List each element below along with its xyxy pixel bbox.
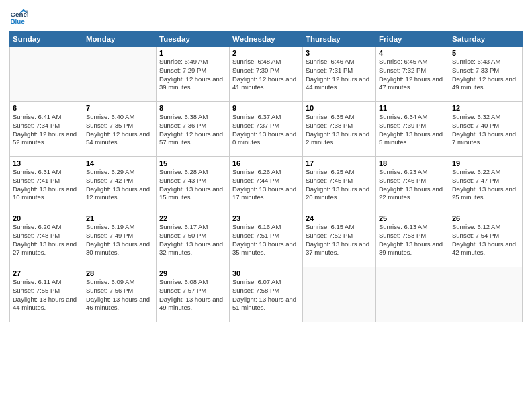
calendar-week-row: 20Sunrise: 6:20 AM Sunset: 7:48 PM Dayli… bbox=[10, 212, 523, 267]
calendar-cell: 8Sunrise: 6:38 AM Sunset: 7:36 PM Daylig… bbox=[157, 102, 230, 157]
day-number: 9 bbox=[232, 104, 300, 112]
svg-text:Blue: Blue bbox=[10, 17, 25, 25]
day-info: Sunrise: 6:38 AM Sunset: 7:36 PM Dayligh… bbox=[159, 113, 226, 147]
day-info: Sunrise: 6:25 AM Sunset: 7:45 PM Dayligh… bbox=[306, 168, 373, 202]
day-number: 5 bbox=[452, 49, 519, 57]
calendar-cell: 27Sunrise: 6:11 AM Sunset: 7:55 PM Dayli… bbox=[10, 267, 83, 322]
calendar-cell: 13Sunrise: 6:31 AM Sunset: 7:41 PM Dayli… bbox=[10, 157, 83, 212]
day-number: 2 bbox=[232, 49, 300, 57]
calendar: Sunday Monday Tuesday Wednesday Thursday… bbox=[9, 31, 523, 322]
calendar-cell: 10Sunrise: 6:35 AM Sunset: 7:38 PM Dayli… bbox=[303, 102, 376, 157]
day-info: Sunrise: 6:22 AM Sunset: 7:47 PM Dayligh… bbox=[452, 168, 519, 202]
calendar-cell: 15Sunrise: 6:28 AM Sunset: 7:43 PM Dayli… bbox=[157, 157, 230, 212]
day-info: Sunrise: 6:15 AM Sunset: 7:52 PM Dayligh… bbox=[306, 223, 373, 257]
calendar-cell: 20Sunrise: 6:20 AM Sunset: 7:48 PM Dayli… bbox=[10, 212, 83, 267]
calendar-cell: 17Sunrise: 6:25 AM Sunset: 7:45 PM Dayli… bbox=[303, 157, 376, 212]
calendar-cell: 4Sunrise: 6:45 AM Sunset: 7:32 PM Daylig… bbox=[376, 47, 449, 102]
day-info: Sunrise: 6:17 AM Sunset: 7:50 PM Dayligh… bbox=[159, 223, 226, 257]
day-number: 16 bbox=[232, 159, 300, 167]
day-info: Sunrise: 6:20 AM Sunset: 7:48 PM Dayligh… bbox=[13, 223, 80, 257]
day-info: Sunrise: 6:31 AM Sunset: 7:41 PM Dayligh… bbox=[13, 168, 80, 202]
day-info: Sunrise: 6:23 AM Sunset: 7:46 PM Dayligh… bbox=[379, 168, 446, 202]
day-info: Sunrise: 6:41 AM Sunset: 7:34 PM Dayligh… bbox=[13, 113, 80, 147]
logo-icon: General Blue bbox=[9, 7, 28, 26]
day-info: Sunrise: 6:08 AM Sunset: 7:57 PM Dayligh… bbox=[159, 278, 226, 312]
calendar-week-row: 27Sunrise: 6:11 AM Sunset: 7:55 PM Dayli… bbox=[10, 267, 523, 322]
day-info: Sunrise: 6:34 AM Sunset: 7:39 PM Dayligh… bbox=[379, 113, 446, 147]
col-monday: Monday bbox=[83, 32, 157, 47]
calendar-week-row: 6Sunrise: 6:41 AM Sunset: 7:34 PM Daylig… bbox=[10, 102, 523, 157]
day-number: 15 bbox=[159, 159, 226, 167]
day-info: Sunrise: 6:13 AM Sunset: 7:53 PM Dayligh… bbox=[379, 223, 446, 257]
day-number: 22 bbox=[159, 214, 226, 222]
day-info: Sunrise: 6:09 AM Sunset: 7:56 PM Dayligh… bbox=[86, 278, 153, 312]
day-info: Sunrise: 6:45 AM Sunset: 7:32 PM Dayligh… bbox=[379, 58, 446, 92]
calendar-cell: 26Sunrise: 6:12 AM Sunset: 7:54 PM Dayli… bbox=[449, 212, 523, 267]
calendar-cell bbox=[303, 267, 376, 322]
day-number: 21 bbox=[86, 214, 153, 222]
day-number: 7 bbox=[86, 104, 153, 112]
day-number: 20 bbox=[13, 214, 80, 222]
day-info: Sunrise: 6:26 AM Sunset: 7:44 PM Dayligh… bbox=[232, 168, 300, 202]
day-info: Sunrise: 6:48 AM Sunset: 7:30 PM Dayligh… bbox=[232, 58, 300, 92]
calendar-cell: 2Sunrise: 6:48 AM Sunset: 7:30 PM Daylig… bbox=[230, 47, 303, 102]
day-number: 24 bbox=[306, 214, 373, 222]
day-number: 28 bbox=[86, 269, 153, 277]
day-number: 14 bbox=[86, 159, 153, 167]
calendar-cell: 28Sunrise: 6:09 AM Sunset: 7:56 PM Dayli… bbox=[83, 267, 157, 322]
calendar-cell: 12Sunrise: 6:32 AM Sunset: 7:40 PM Dayli… bbox=[449, 102, 523, 157]
day-info: Sunrise: 6:11 AM Sunset: 7:55 PM Dayligh… bbox=[13, 278, 80, 312]
day-info: Sunrise: 6:43 AM Sunset: 7:33 PM Dayligh… bbox=[452, 58, 519, 92]
calendar-cell bbox=[83, 47, 157, 102]
calendar-cell: 3Sunrise: 6:46 AM Sunset: 7:31 PM Daylig… bbox=[303, 47, 376, 102]
day-number: 27 bbox=[13, 269, 80, 277]
calendar-cell bbox=[449, 267, 523, 322]
day-number: 6 bbox=[13, 104, 80, 112]
col-sunday: Sunday bbox=[10, 32, 83, 47]
day-number: 13 bbox=[13, 159, 80, 167]
calendar-cell: 14Sunrise: 6:29 AM Sunset: 7:42 PM Dayli… bbox=[83, 157, 157, 212]
day-number: 19 bbox=[452, 159, 519, 167]
day-number: 10 bbox=[306, 104, 373, 112]
calendar-cell bbox=[10, 47, 83, 102]
calendar-cell: 22Sunrise: 6:17 AM Sunset: 7:50 PM Dayli… bbox=[157, 212, 230, 267]
calendar-cell: 25Sunrise: 6:13 AM Sunset: 7:53 PM Dayli… bbox=[376, 212, 449, 267]
day-info: Sunrise: 6:29 AM Sunset: 7:42 PM Dayligh… bbox=[86, 168, 153, 202]
page: General Blue Sunday Monday Tuesday Wedne… bbox=[0, 0, 532, 411]
day-number: 25 bbox=[379, 214, 446, 222]
day-number: 3 bbox=[306, 49, 373, 57]
logo: General Blue bbox=[9, 7, 31, 26]
day-number: 4 bbox=[379, 49, 446, 57]
header: General Blue bbox=[9, 7, 523, 26]
calendar-cell: 23Sunrise: 6:16 AM Sunset: 7:51 PM Dayli… bbox=[230, 212, 303, 267]
col-saturday: Saturday bbox=[449, 32, 523, 47]
day-info: Sunrise: 6:37 AM Sunset: 7:37 PM Dayligh… bbox=[232, 113, 300, 147]
calendar-cell: 18Sunrise: 6:23 AM Sunset: 7:46 PM Dayli… bbox=[376, 157, 449, 212]
day-number: 12 bbox=[452, 104, 519, 112]
calendar-cell bbox=[376, 267, 449, 322]
col-tuesday: Tuesday bbox=[157, 32, 230, 47]
day-info: Sunrise: 6:19 AM Sunset: 7:49 PM Dayligh… bbox=[86, 223, 153, 257]
calendar-header-row: Sunday Monday Tuesday Wednesday Thursday… bbox=[10, 32, 523, 47]
day-number: 23 bbox=[232, 214, 300, 222]
calendar-cell: 11Sunrise: 6:34 AM Sunset: 7:39 PM Dayli… bbox=[376, 102, 449, 157]
calendar-cell: 21Sunrise: 6:19 AM Sunset: 7:49 PM Dayli… bbox=[83, 212, 157, 267]
day-info: Sunrise: 6:07 AM Sunset: 7:58 PM Dayligh… bbox=[232, 278, 300, 312]
day-number: 11 bbox=[379, 104, 446, 112]
calendar-cell: 19Sunrise: 6:22 AM Sunset: 7:47 PM Dayli… bbox=[449, 157, 523, 212]
calendar-cell: 29Sunrise: 6:08 AM Sunset: 7:57 PM Dayli… bbox=[157, 267, 230, 322]
day-info: Sunrise: 6:49 AM Sunset: 7:29 PM Dayligh… bbox=[159, 58, 226, 92]
day-info: Sunrise: 6:46 AM Sunset: 7:31 PM Dayligh… bbox=[306, 58, 373, 92]
calendar-cell: 9Sunrise: 6:37 AM Sunset: 7:37 PM Daylig… bbox=[230, 102, 303, 157]
day-number: 1 bbox=[159, 49, 226, 57]
calendar-week-row: 1Sunrise: 6:49 AM Sunset: 7:29 PM Daylig… bbox=[10, 47, 523, 102]
day-number: 29 bbox=[159, 269, 226, 277]
day-number: 30 bbox=[232, 269, 300, 277]
col-wednesday: Wednesday bbox=[230, 32, 303, 47]
day-number: 26 bbox=[452, 214, 519, 222]
col-thursday: Thursday bbox=[303, 32, 376, 47]
calendar-cell: 16Sunrise: 6:26 AM Sunset: 7:44 PM Dayli… bbox=[230, 157, 303, 212]
day-info: Sunrise: 6:16 AM Sunset: 7:51 PM Dayligh… bbox=[232, 223, 300, 257]
calendar-cell: 30Sunrise: 6:07 AM Sunset: 7:58 PM Dayli… bbox=[230, 267, 303, 322]
calendar-cell: 5Sunrise: 6:43 AM Sunset: 7:33 PM Daylig… bbox=[449, 47, 523, 102]
